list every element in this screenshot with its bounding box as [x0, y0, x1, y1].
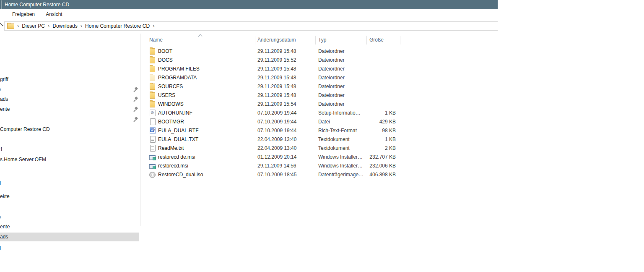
file-date: 07.10.2009 18:45 [257, 170, 296, 179]
file-size: 232.006 KB [366, 162, 396, 170]
file-row[interactable]: BOOT29.11.2009 15:48Dateiordner [140, 47, 498, 56]
breadcrumb-separator-icon[interactable]: › [153, 22, 154, 30]
file-size: 2 KB [366, 144, 396, 153]
file-row[interactable]: ReadMe.txt22.04.2009 13:40Textdokument2 … [140, 144, 498, 153]
column-divider[interactable] [255, 36, 255, 44]
file-date: 29.11.2009 15:52 [257, 56, 296, 65]
file-size: 429 KB [366, 118, 396, 126]
file-row[interactable]: restorecd de.msi01.12.2009 20:14Windows … [140, 153, 498, 162]
sidebar-item-label: p [0, 213, 1, 222]
folder-icon [150, 75, 155, 81]
file-size: 1 KB [366, 109, 396, 118]
sidebar-item[interactable] [0, 243, 139, 252]
sidebar-item[interactable]: ads [0, 95, 139, 104]
file-name: AUTORUN.INF [158, 109, 192, 118]
sidebar-item[interactable]: p [0, 213, 139, 222]
sidebar-icon-fragment [0, 181, 1, 185]
sidebar-item-label: p [0, 85, 1, 94]
column-header-date[interactable]: Änderungsdatum [257, 37, 296, 43]
file-name: SOURCES [158, 82, 183, 91]
setup-information-icon [150, 110, 156, 116]
column-header-type[interactable]: Typ [318, 37, 326, 43]
breadcrumb-separator-icon[interactable]: › [80, 22, 82, 30]
explorer-window: Home Computer Restore CD FreigebenAnsich… [0, 0, 498, 235]
disc-image-icon [149, 172, 156, 178]
sidebar-item-label: ads [0, 233, 8, 241]
sort-ascending-icon[interactable] [198, 34, 203, 39]
file-row[interactable]: EULA_DUAL.TXT22.04.2009 13:40Textdokumen… [140, 135, 498, 144]
sidebar-item[interactable] [0, 115, 139, 124]
breadcrumb-item[interactable]: Downloads [52, 22, 77, 30]
file-type: Windows Installer… [318, 162, 363, 170]
file-name: BOOT [158, 47, 172, 56]
file-name: ReadMe.txt [158, 144, 184, 153]
pin-icon[interactable] [132, 107, 138, 112]
file-type: Textdokument [318, 144, 350, 153]
address-bar[interactable]: ›Dieser PC›Downloads›Home Computer Resto… [4, 21, 498, 31]
breadcrumb-separator-icon[interactable]: › [17, 22, 19, 30]
column-divider[interactable] [315, 36, 316, 44]
file-date: 01.12.2009 20:14 [257, 153, 296, 162]
sidebar-item-label: Computer Restore CD [0, 125, 50, 134]
sidebar-item[interactable]: ads [0, 233, 139, 241]
sidebar-item[interactable]: Computer Restore CD [0, 125, 139, 134]
file-row[interactable]: BOOTMGR07.10.2009 19:44Datei429 KB [140, 118, 498, 126]
screenshot-canvas: Home Computer Restore CD FreigebenAnsich… [0, 0, 644, 272]
sidebar-item[interactable]: griff [0, 75, 139, 84]
text-document-icon [150, 145, 156, 152]
rtf-document-icon [150, 127, 156, 134]
folder-icon [150, 48, 155, 55]
file-row[interactable]: RestoreCD_dual.iso07.10.2009 18:45Datent… [140, 170, 498, 179]
file-type: Dateiordner [318, 73, 345, 82]
sidebar-item-label: s.Home.Server.OEM [0, 155, 46, 164]
breadcrumb-item[interactable]: Home Computer Restore CD [85, 22, 150, 30]
breadcrumb-separator-icon[interactable]: › [48, 22, 49, 30]
file-type: Dateiordner [318, 56, 345, 65]
file-row[interactable]: PROGRAMDATA29.11.2009 15:48Dateiordner [140, 73, 498, 82]
breadcrumb-item[interactable]: Dieser PC [22, 22, 45, 30]
sidebar-item[interactable]: s.Home.Server.OEM [0, 155, 139, 164]
breadcrumb: ›Dieser PC›Downloads›Home Computer Resto… [14, 22, 158, 30]
file-name: restorecd.msi [158, 162, 188, 170]
file-date: 29.11.2009 15:48 [257, 82, 296, 91]
file-row[interactable]: SOURCES29.11.2009 15:48Dateiordner [140, 82, 498, 91]
column-header-size[interactable]: Größe [369, 37, 384, 43]
file-rows: BOOT29.11.2009 15:48DateiordnerDOCS29.11… [140, 47, 498, 179]
column-divider[interactable] [366, 36, 367, 44]
file-icon [150, 118, 156, 125]
file-name: PROGRAM FILES [158, 65, 200, 73]
file-date: 29.11.2009 15:48 [257, 73, 296, 82]
ribbon-tabstrip: FreigebenAnsicht [0, 9, 498, 19]
sidebar-item-label: 1 [0, 145, 3, 154]
sidebar-item[interactable]: ente [0, 222, 139, 231]
file-type: Dateiordner [318, 91, 345, 100]
ribbon-tab-freigeben[interactable]: Freigeben [12, 9, 35, 19]
column-header-name[interactable]: Name [149, 37, 163, 43]
file-row[interactable]: WINDOWS29.11.2009 15:54Dateiordner [140, 100, 498, 109]
sidebar-item[interactable]: 1 [0, 145, 139, 154]
file-row[interactable]: AUTORUN.INF07.10.2009 19:44Setup-Informa… [140, 109, 498, 118]
column-divider[interactable] [400, 36, 400, 44]
file-row[interactable]: restorecd.msi29.11.2009 14:56Windows Ins… [140, 162, 498, 170]
sidebar-item[interactable] [0, 178, 139, 187]
file-date: 07.10.2009 19:44 [257, 109, 296, 118]
pin-icon[interactable] [132, 87, 138, 92]
sidebar-item[interactable]: ente [0, 105, 139, 114]
file-type: Setup-Informatio… [318, 109, 361, 118]
file-row[interactable]: USERS29.11.2009 15:48Dateiordner [140, 91, 498, 100]
folder-icon [150, 66, 155, 72]
sidebar-item[interactable]: ekte [0, 192, 139, 201]
up-arrow-icon[interactable] [0, 22, 3, 26]
file-type: Datei [318, 118, 330, 126]
file-row[interactable]: PROGRAM FILES29.11.2009 15:48Dateiordner [140, 65, 498, 73]
ribbon-tab-ansicht[interactable]: Ansicht [44, 9, 65, 19]
installer-package-icon [149, 164, 156, 169]
pin-icon[interactable] [132, 117, 138, 122]
sidebar-item[interactable]: p [0, 85, 139, 94]
pin-icon[interactable] [132, 97, 138, 102]
file-type: Rich-Text-Format [318, 126, 357, 135]
file-size: 98 KB [366, 126, 396, 135]
file-row[interactable]: DOCS29.11.2009 15:52Dateiordner [140, 56, 498, 65]
file-row[interactable]: EULA_DUAL.RTF07.10.2009 19:44Rich-Text-F… [140, 126, 498, 135]
file-list: Name Änderungsdatum Typ Größe BOOT29.11.… [140, 34, 498, 226]
